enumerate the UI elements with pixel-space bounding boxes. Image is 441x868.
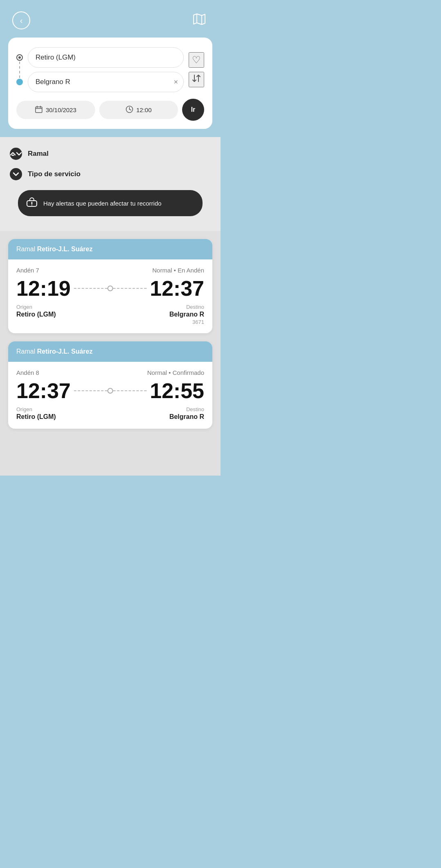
- heart-icon: ♡: [192, 54, 201, 66]
- dest-col-1: Destino Belgrano R 3671: [169, 304, 204, 325]
- map-icon: [193, 13, 206, 28]
- origin-col-1: Origen Retiro (LGM): [16, 304, 56, 318]
- departure-time-1: 12:19: [16, 278, 71, 299]
- time-picker-button[interactable]: 12:00: [99, 101, 178, 119]
- calendar-icon: [35, 106, 42, 114]
- filter-tipo-icon: [10, 168, 22, 180]
- train-card-1-body: Andén 7 Normal • En Andén 12:19 12:37 Or…: [8, 259, 212, 333]
- swap-icon: [192, 73, 201, 86]
- train-card-2-body: Andén 8 Normal • Confirmado 12:37 12:55 …: [8, 362, 212, 429]
- app-header: ‹: [0, 0, 220, 38]
- origin-station-2: Retiro (LGM): [16, 413, 56, 421]
- time-connector-1: [71, 286, 150, 291]
- connector-line-1b: [113, 288, 147, 289]
- dest-sublabel-1: Destino: [186, 304, 204, 310]
- origin-dot: [16, 54, 23, 61]
- alert-banner[interactable]: Hay alertas que pueden afectar tu recorr…: [18, 190, 203, 216]
- origin-input[interactable]: [28, 47, 184, 68]
- train-result-2[interactable]: Ramal Retiro-J.L. Suárez Andén 8 Normal …: [8, 341, 212, 429]
- trip-number-1: 3671: [192, 319, 204, 325]
- go-label: Ir: [191, 106, 196, 113]
- swap-direction-button[interactable]: [189, 72, 204, 87]
- connector-circle-1: [107, 286, 113, 291]
- filters-section: Ramal Tipo de servicio Hay alertas que p…: [0, 137, 220, 231]
- train-card-2-header: Ramal Retiro-J.L. Suárez: [8, 341, 212, 362]
- origin-sublabel-1: Origen: [16, 304, 56, 310]
- origin-col-2: Origen Retiro (LGM): [16, 406, 56, 421]
- train-1-info-row: Andén 7 Normal • En Andén: [16, 267, 204, 274]
- platform-1: Andén 7: [16, 267, 39, 274]
- train-result-1[interactable]: Ramal Retiro-J.L. Suárez Andén 7 Normal …: [8, 239, 212, 333]
- dest-station-2: Belgrano R: [169, 413, 204, 421]
- connector-line-1: [74, 288, 107, 289]
- route-dashed-line: [19, 62, 20, 78]
- time-connector-2: [71, 388, 150, 394]
- origin-dest-row-1: Origen Retiro (LGM) Destino Belgrano R 3…: [16, 304, 204, 325]
- connector-line-2b: [113, 390, 147, 391]
- ramal-1-label: Ramal Retiro-J.L. Suárez: [16, 246, 93, 252]
- platform-2: Andén 8: [16, 369, 39, 376]
- svg-point-11: [31, 205, 32, 206]
- dest-station-1: Belgrano R: [169, 311, 204, 318]
- train-card-1-header: Ramal Retiro-J.L. Suárez: [8, 239, 212, 259]
- dest-sublabel-2: Destino: [186, 406, 204, 412]
- status-1: Normal • En Andén: [152, 267, 204, 274]
- alert-text: Hay alertas que pueden afectar tu recorr…: [43, 200, 161, 207]
- back-icon: ‹: [20, 16, 23, 25]
- actions-column: ♡: [189, 52, 204, 87]
- train-2-info-row: Andén 8 Normal • Confirmado: [16, 369, 204, 376]
- date-label: 30/10/2023: [46, 106, 76, 113]
- map-button[interactable]: [190, 11, 208, 29]
- ramal-2-label: Ramal Retiro-J.L. Suárez: [16, 348, 93, 355]
- back-button[interactable]: ‹: [12, 11, 30, 29]
- times-row-1: 12:19 12:37: [16, 278, 204, 299]
- arrival-time-2: 12:55: [150, 380, 204, 401]
- date-picker-button[interactable]: 30/10/2023: [16, 101, 95, 119]
- svg-line-8: [129, 109, 131, 110]
- filter-ramal-icon: [10, 148, 22, 160]
- origin-station-1: Retiro (LGM): [16, 311, 56, 318]
- go-button[interactable]: Ir: [182, 99, 204, 121]
- route-inputs: × ♡: [16, 47, 204, 92]
- connector-line-2: [74, 390, 107, 391]
- time-label: 12:00: [136, 106, 152, 113]
- clock-icon: [126, 106, 133, 114]
- favorite-button[interactable]: ♡: [189, 52, 204, 68]
- origin-dest-row-2: Origen Retiro (LGM) Destino Belgrano R: [16, 406, 204, 421]
- destination-dot: [16, 79, 23, 85]
- origin-sublabel-2: Origen: [16, 406, 56, 412]
- destination-wrapper: ×: [28, 72, 184, 92]
- filter-ramal-label: Ramal: [28, 150, 49, 158]
- filter-tipo-label: Tipo de servicio: [28, 170, 80, 178]
- arrival-time-1: 12:37: [150, 278, 204, 299]
- departure-time-2: 12:37: [16, 380, 71, 401]
- dest-col-2: Destino Belgrano R: [169, 406, 204, 421]
- svg-rect-2: [36, 107, 42, 113]
- filter-tipo-servicio[interactable]: Tipo de servicio: [10, 164, 211, 184]
- results-section: Ramal Retiro-J.L. Suárez Andén 7 Normal …: [0, 231, 220, 476]
- clear-destination-button[interactable]: ×: [174, 78, 178, 86]
- alert-icon: [26, 197, 38, 210]
- search-bottom-row: 30/10/2023 12:00 Ir: [16, 99, 204, 121]
- route-icon-column: [16, 54, 23, 85]
- filter-ramal[interactable]: Ramal: [10, 144, 211, 164]
- destination-input[interactable]: [28, 72, 184, 92]
- times-row-2: 12:37 12:55: [16, 380, 204, 401]
- connector-circle-2: [107, 388, 113, 394]
- inputs-column: ×: [28, 47, 184, 92]
- search-card: × ♡: [8, 38, 212, 129]
- status-2: Normal • Confirmado: [147, 369, 204, 376]
